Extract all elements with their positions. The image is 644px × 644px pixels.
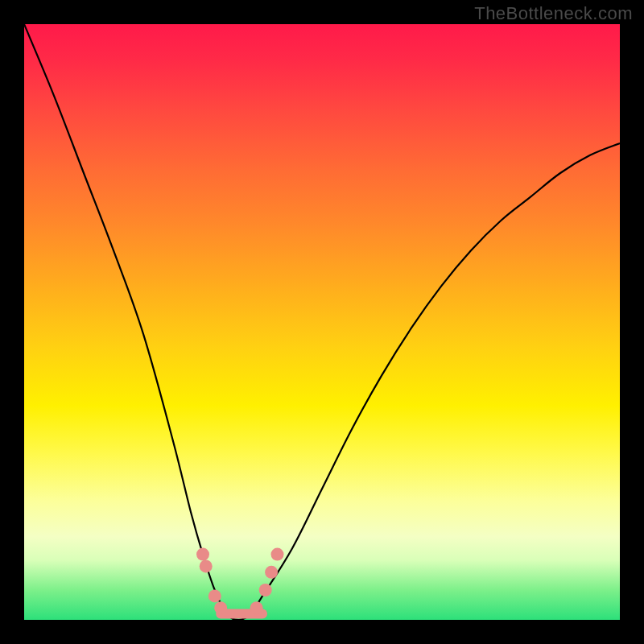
marker-dot [200, 559, 213, 572]
bottleneck-curve [24, 24, 620, 620]
highlight-markers [196, 548, 284, 615]
marker-dot [271, 548, 284, 561]
watermark-text: TheBottleneck.com [474, 3, 633, 24]
curve-group [24, 24, 620, 620]
marker-dot [196, 548, 209, 561]
marker-dot [214, 601, 227, 614]
chart-svg [24, 24, 620, 620]
marker-dot [265, 566, 278, 579]
marker-dot [208, 589, 221, 602]
marker-dot [259, 584, 272, 597]
marker-dot [250, 601, 263, 614]
chart-area [24, 24, 620, 620]
